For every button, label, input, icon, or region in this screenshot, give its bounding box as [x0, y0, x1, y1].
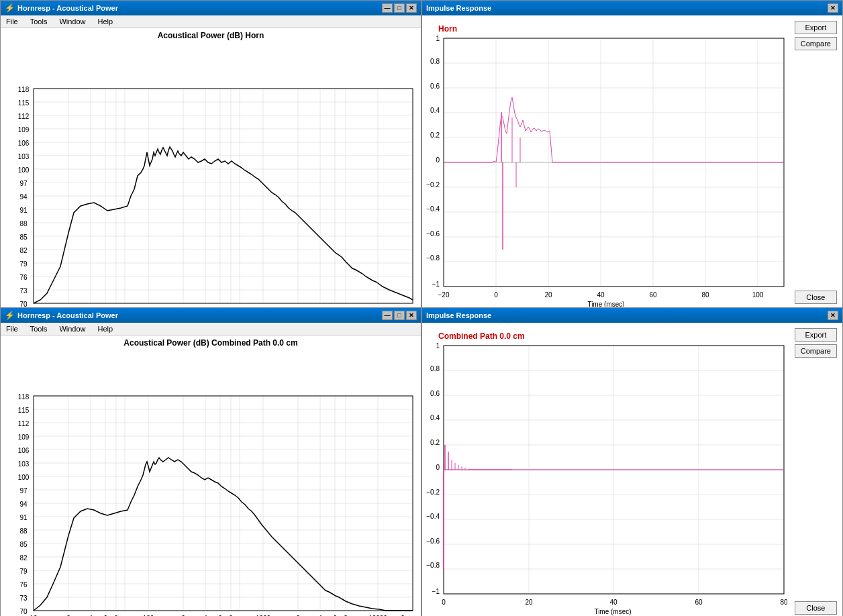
combined-menu-file[interactable]: File — [3, 324, 21, 333]
horn-ir-titlebar: Impulse Response ✕ — [422, 1, 842, 15]
ir-x-0: 0 — [494, 291, 498, 299]
cy-106: 106 — [18, 447, 30, 454]
combined-ir-title-text: Impulse Response — [426, 311, 491, 319]
y-label-82: 82 — [19, 247, 28, 254]
combined-power-chart-area: Acoustical Power (dB) Combined Path 0.0 … — [1, 336, 421, 616]
cy-70: 70 — [19, 608, 28, 615]
horn-power-chart-area: Acoustical Power (dB) Horn 70 73 76 79 8… — [1, 28, 421, 311]
ir-x-20: 20 — [544, 291, 552, 299]
horn-export-button[interactable]: Export — [795, 21, 837, 34]
combined-ir-subtitle: Combined Path 0.0 cm — [438, 331, 525, 341]
ir-y-n04: −0.4 — [426, 205, 440, 213]
combined-ir-titlebar: Impulse Response ✕ — [422, 308, 842, 323]
combined-close-button[interactable]: Close — [795, 601, 837, 615]
cy-73: 73 — [19, 595, 28, 602]
horn-ir-buttons: Export Compare Close — [792, 18, 840, 307]
cir-x-60: 60 — [695, 599, 703, 606]
ir-x-60: 60 — [649, 291, 657, 299]
ir-horn-close-x[interactable]: ✕ — [828, 3, 838, 13]
combined-ir-window: Impulse Response ✕ Combined Path 0.0 cm … — [422, 307, 843, 616]
cy-76: 76 — [19, 581, 28, 588]
combined-ir-chart: Combined Path 0.0 cm 1 0.8 0.6 0.4 0.2 0… — [425, 325, 787, 616]
ir-y-n02: −0.2 — [426, 181, 440, 189]
cir-x-title: Time (msec) — [594, 608, 631, 615]
horn-power-window: ⚡ Hornresp - Acoustical Power — □ ✕ File… — [0, 0, 422, 307]
horn-compare-button[interactable]: Compare — [795, 37, 837, 50]
ir-combined-close-x[interactable]: ✕ — [828, 311, 838, 320]
horn-power-title-text: Hornresp - Acoustical Power — [17, 4, 118, 12]
y-label-100: 100 — [18, 166, 30, 174]
y-label-115: 115 — [18, 99, 30, 107]
y-label-103: 103 — [18, 153, 30, 160]
combined-menu-tools[interactable]: Tools — [28, 324, 50, 333]
cy-103: 103 — [18, 460, 30, 468]
horn-ir-content: Horn 1 0.8 0.6 0.4 0.2 0 −0.2 −0.4 −0.6 … — [422, 15, 842, 309]
cir-y-0: 0 — [436, 464, 440, 471]
cir-y-1: 1 — [436, 342, 440, 350]
combined-menu-help[interactable]: Help — [95, 324, 116, 333]
ir-x-title: Time (msec) — [587, 301, 624, 307]
combined-power-chart-title: Acoustical Power (dB) Combined Path 0.0 … — [3, 337, 418, 349]
combined-power-titlebar: ⚡ Hornresp - Acoustical Power — □ ✕ — [1, 308, 421, 323]
horn-ir-chart: Horn 1 0.8 0.6 0.4 0.2 0 −0.2 −0.4 −0.6 … — [425, 18, 787, 307]
menu-window[interactable]: Window — [56, 17, 88, 26]
ir-y-n08: −0.8 — [426, 254, 440, 262]
close-button[interactable]: ✕ — [406, 3, 417, 13]
horn-ir-title-text: Impulse Response — [426, 4, 491, 12]
combined-compare-button[interactable]: Compare — [795, 344, 837, 358]
combined-power-menubar: File Tools Window Help — [1, 323, 421, 336]
cy-85: 85 — [19, 541, 28, 548]
combined-power-title-text: Hornresp - Acoustical Power — [17, 311, 118, 319]
y-label-118: 118 — [18, 86, 30, 93]
horn-ir-chart-area: Horn 1 0.8 0.6 0.4 0.2 0 −0.2 −0.4 −0.6 … — [425, 18, 792, 307]
y-label-106: 106 — [18, 140, 30, 147]
y-label-76: 76 — [19, 274, 28, 281]
cir-x-80: 80 — [780, 599, 787, 606]
menu-tools[interactable]: Tools — [28, 17, 50, 26]
combined-menu-window[interactable]: Window — [56, 324, 88, 333]
cir-y-n1: −1 — [432, 588, 440, 595]
combined-maximize-button[interactable]: □ — [394, 311, 405, 320]
cir-x-0: 0 — [442, 599, 446, 606]
ir-y-08: 0.8 — [430, 58, 440, 65]
cir-x-20: 20 — [525, 599, 533, 606]
y-label-79: 79 — [19, 260, 28, 268]
horn-ir-subtitle: Horn — [438, 24, 457, 34]
y-label-73: 73 — [19, 287, 28, 295]
combined-power-title-icon: ⚡ — [5, 311, 15, 320]
cy-115: 115 — [18, 407, 30, 414]
cy-88: 88 — [19, 527, 28, 535]
horn-power-titlebar: ⚡ Hornresp - Acoustical Power — □ ✕ — [1, 1, 421, 15]
combined-close-tb-button[interactable]: ✕ — [406, 311, 417, 320]
y-label-91: 91 — [19, 207, 28, 214]
y-label-109: 109 — [18, 126, 30, 134]
cir-x-40: 40 — [609, 599, 617, 606]
cy-109: 109 — [18, 433, 30, 441]
combined-export-button[interactable]: Export — [795, 328, 837, 342]
maximize-button[interactable]: □ — [394, 3, 405, 13]
minimize-button[interactable]: — — [382, 3, 393, 13]
menu-file[interactable]: File — [3, 17, 21, 26]
y-label-88: 88 — [19, 220, 28, 227]
horn-power-chart-title: Acoustical Power (dB) Horn — [3, 30, 418, 42]
horn-close-button[interactable]: Close — [795, 291, 837, 304]
combined-power-window: ⚡ Hornresp - Acoustical Power — □ ✕ File… — [0, 307, 422, 616]
cy-91: 91 — [19, 514, 28, 521]
cir-y-02: 0.2 — [430, 439, 440, 446]
combined-ir-content: Combined Path 0.0 cm 1 0.8 0.6 0.4 0.2 0… — [422, 323, 842, 616]
horn-ir-curve — [444, 97, 784, 162]
ir-y-0: 0 — [436, 156, 440, 164]
combined-minimize-button[interactable]: — — [382, 311, 393, 320]
ir-x-80: 80 — [701, 291, 709, 299]
combined-power-chart: 70 73 76 79 82 85 88 91 94 97 100 103 10… — [3, 349, 419, 616]
ir-y-n1: −1 — [432, 280, 440, 288]
cir-y-n04: −0.4 — [426, 513, 440, 520]
cy-112: 112 — [18, 420, 30, 427]
cir-y-n06: −0.6 — [426, 537, 440, 545]
menu-help[interactable]: Help — [95, 17, 116, 26]
horn-ir-window: Impulse Response ✕ Horn 1 0.8 0.6 0.4 0.… — [422, 0, 843, 307]
ir-y-06: 0.6 — [430, 83, 440, 90]
y-label-97: 97 — [19, 180, 28, 187]
cir-y-n08: −0.8 — [426, 562, 440, 569]
combined-ir-chart-area: Combined Path 0.0 cm 1 0.8 0.6 0.4 0.2 0… — [425, 325, 792, 616]
